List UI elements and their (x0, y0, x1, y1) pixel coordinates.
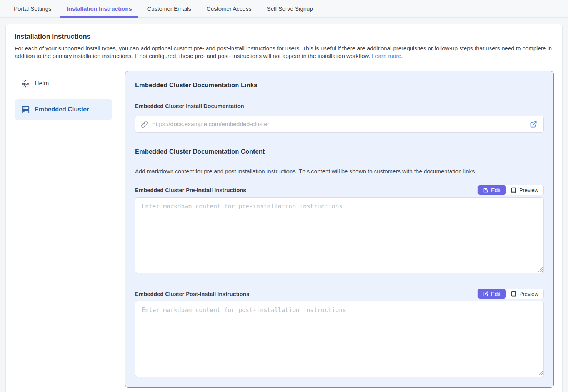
embedded-cluster-panel: Embedded Cluster Documentation Links Emb… (125, 71, 554, 388)
pre-install-edit-button[interactable]: Edit (478, 185, 506, 195)
top-tab-bar: Portal Settings Installation Instruction… (0, 0, 568, 18)
tab-customer-emails[interactable]: Customer Emails (141, 0, 198, 17)
post-install-textarea[interactable] (135, 301, 544, 377)
learn-more-period: . (401, 53, 403, 59)
pre-install-mode-toggle: Edit Preview (477, 185, 544, 195)
sidebar-item-embedded-cluster[interactable]: Embedded Cluster (15, 99, 112, 120)
pre-install-label: Embedded Cluster Pre-Install Instruction… (135, 187, 246, 193)
post-install-preview-button[interactable]: Preview (506, 289, 543, 299)
install-doc-url-input[interactable] (152, 121, 525, 128)
book-icon (511, 187, 516, 193)
page-description-text: For each of your supported install types… (15, 45, 552, 59)
external-link-icon (530, 121, 537, 128)
documentation-links-title: Embedded Cluster Documentation Links (135, 81, 544, 89)
page-title: Installation Instructions (15, 33, 554, 41)
link-icon (141, 121, 148, 128)
edit-button-label: Edit (491, 291, 500, 297)
app-window: Portal Settings Installation Instruction… (0, 0, 568, 392)
edit-pencil-icon (483, 188, 488, 193)
content-row: HELM Helm (15, 71, 554, 388)
pre-install-textarea[interactable] (135, 197, 544, 273)
post-install-edit-button[interactable]: Edit (478, 289, 506, 299)
install-doc-url-field (135, 116, 544, 133)
post-install-mode-toggle: Edit Preview (477, 289, 544, 299)
documentation-content-title: Embedded Cluster Documentation Content (135, 148, 544, 155)
pre-install-textarea-wrap (135, 197, 544, 273)
install-type-sidebar: HELM Helm (15, 73, 112, 125)
sidebar-item-label: Embedded Cluster (35, 106, 89, 113)
edit-button-label: Edit (491, 187, 500, 193)
open-external-link-button[interactable] (529, 120, 538, 129)
sidebar-item-helm[interactable]: HELM Helm (15, 73, 112, 94)
tab-portal-settings[interactable]: Portal Settings (7, 0, 58, 17)
page-description: For each of your supported install types… (15, 45, 554, 60)
learn-more-link[interactable]: Learn more (372, 53, 401, 59)
main-card: Installation Instructions For each of yo… (5, 24, 563, 392)
sidebar-item-label: Helm (35, 80, 49, 87)
documentation-content-description: Add markdown content for pre and post in… (135, 168, 544, 174)
preview-button-label: Preview (519, 291, 538, 297)
post-install-editor-header: Embedded Cluster Post-Install Instructio… (135, 289, 544, 299)
install-doc-label: Embedded Cluster Install Documentation (135, 103, 544, 109)
book-icon (511, 291, 516, 297)
pre-install-preview-button[interactable]: Preview (506, 185, 543, 195)
svg-text:HELM: HELM (22, 82, 29, 85)
helm-icon: HELM (20, 78, 30, 88)
pre-install-editor-header: Embedded Cluster Pre-Install Instruction… (135, 185, 544, 195)
tab-installation-instructions[interactable]: Installation Instructions (60, 0, 138, 17)
tab-customer-access[interactable]: Customer Access (200, 0, 258, 17)
preview-button-label: Preview (519, 187, 538, 193)
post-install-textarea-wrap (135, 301, 544, 377)
tab-self-serve-signup[interactable]: Self Serve Signup (260, 0, 320, 17)
edit-pencil-icon (483, 291, 488, 297)
server-stack-icon (20, 105, 30, 115)
post-install-label: Embedded Cluster Post-Install Instructio… (135, 291, 249, 297)
